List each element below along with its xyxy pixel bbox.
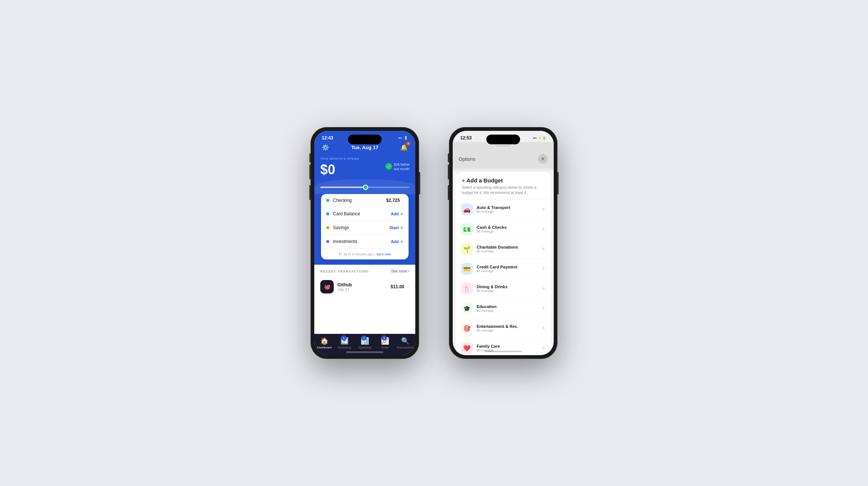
dynamic-island-2 <box>486 135 520 144</box>
account-row-savings[interactable]: Savings Start + <box>321 221 409 235</box>
entertainment-plus[interactable]: + <box>541 324 545 332</box>
investments-add-icon: + <box>400 239 403 244</box>
transaction-row-github[interactable]: 🐙 Github July 27 $11.00 › <box>320 277 409 296</box>
wifi-icon-2: ▪▪▪ <box>533 136 537 140</box>
side-button-2 <box>557 172 559 194</box>
card-payment-name: Credit Card Payment <box>477 265 541 269</box>
investments-dot <box>326 240 329 243</box>
battery-icon-2: ⚡🔋 <box>538 136 546 140</box>
charity-plus[interactable]: + <box>541 245 545 253</box>
modal-subtitle: Select a spending category below to crea… <box>462 185 545 196</box>
progress-fill <box>320 187 365 188</box>
checking-amount: $2,725 <box>386 198 400 203</box>
auto-plus[interactable]: + <box>541 206 545 213</box>
card-payment-plus[interactable]: + <box>541 265 545 273</box>
auto-name: Auto & Transport <box>477 205 541 210</box>
education-plus[interactable]: + <box>541 305 545 313</box>
dining-plus[interactable]: + <box>541 285 545 293</box>
dashboard-icon: 🏠 <box>320 337 328 345</box>
phone2-content: 12:53 ▪▪▪ ⚡🔋 Options × <box>453 131 554 355</box>
close-button[interactable]: × <box>538 154 548 164</box>
checking-name: Checking <box>333 198 386 203</box>
grow-badge: 1 <box>382 335 387 341</box>
cash-plus[interactable]: + <box>541 225 545 233</box>
home-indicator <box>346 351 383 353</box>
entertainment-info: Entertainment & Rec. $0 Average <box>477 324 541 332</box>
checking-dot <box>326 199 329 202</box>
dining-avg: $0 Average <box>477 289 541 293</box>
account-row-investments[interactable]: Investments Add + <box>321 235 409 249</box>
phone1-content: 12:43 ▪▪▪ 🔋 ⚙️ Tue, Aug 17 🔔 3 <box>314 131 415 355</box>
budget-item-charity[interactable]: 🌱 Charitable Donations $0 Average + <box>456 239 551 259</box>
card-name: Card Balance <box>333 211 388 216</box>
modal-title: + Add a Budget <box>462 177 545 184</box>
cash-icon: 💵 <box>461 223 473 235</box>
entertainment-name: Entertainment & Rec. <box>477 324 541 329</box>
spending-label: Spending <box>358 346 371 349</box>
savings-action: Start <box>389 225 399 230</box>
spend-sub-text: $28 below <box>394 163 409 166</box>
status-time-2: 12:53 <box>460 135 472 141</box>
home-indicator-2 <box>485 351 522 352</box>
savings-dot <box>326 226 329 229</box>
spend-sub-text2: last month <box>394 167 409 171</box>
entertainment-icon: 🎯 <box>461 322 473 334</box>
nav-grow[interactable]: 1 📈 Grow <box>375 337 395 349</box>
recent-header: RECENT TRANSACTIONS See more › <box>320 269 409 273</box>
modal-card: + Add a Budget Select a spending categor… <box>456 172 551 355</box>
github-logo: 🐙 <box>320 280 334 293</box>
spend-label: THIS MONTH'S SPEND <box>320 157 409 160</box>
charity-info: Charitable Donations $0 Average <box>477 245 541 253</box>
mute-switch-2 <box>448 153 449 162</box>
blur-transition <box>453 167 554 172</box>
volume-up-2 <box>448 164 449 179</box>
chevron-icon: › <box>402 199 403 203</box>
dashboard-label: Dashboard <box>317 346 331 349</box>
sync-row: ↻ as of 4 minutes ago | Sync now <box>321 249 409 259</box>
budget-item-family[interactable]: ❤️ Family Care $0 Average + <box>456 338 551 355</box>
savings-name: Savings <box>333 225 387 230</box>
mute-switch <box>309 153 311 162</box>
account-row-card[interactable]: Card Balance Add + <box>321 207 409 221</box>
gear-icon[interactable]: ⚙️ <box>320 142 331 153</box>
see-more-link[interactable]: See more › <box>391 269 409 273</box>
budget-item-dining[interactable]: 🍴 Dining & Drinks $0 Average + <box>456 279 551 299</box>
nav-spending[interactable]: 1 📊 Spending <box>355 337 375 349</box>
side-button <box>419 172 420 194</box>
options-label: Options <box>459 156 476 162</box>
phone2-screen: 12:53 ▪▪▪ ⚡🔋 Options × <box>453 131 554 355</box>
family-name: Family Care <box>477 344 541 348</box>
nav-transactions[interactable]: 🔍 Transactions <box>395 337 415 349</box>
see-more-arrow: › <box>408 269 409 273</box>
scene: 12:43 ▪▪▪ 🔋 ⚙️ Tue, Aug 17 🔔 3 <box>0 0 868 486</box>
budget-item-auto[interactable]: 🚗 Auto & Transport $0 Average + <box>456 200 551 219</box>
budget-item-cash[interactable]: 💵 Cash & Checks $0 Average + <box>456 219 551 239</box>
auto-avg: $0 Average <box>477 210 541 213</box>
progress-track <box>320 187 409 188</box>
card-payment-avg: $0 Average <box>477 269 541 273</box>
budget-item-card[interactable]: 💳 Credit Card Payment $0 Average + <box>456 259 551 279</box>
battery-icon: 🔋 <box>404 136 408 140</box>
wifi-icon: ▪▪▪ <box>398 136 402 140</box>
tx-chevron: › <box>408 285 409 289</box>
modal-header: + Add a Budget Select a spending categor… <box>456 172 551 200</box>
education-avg: $0 Average <box>477 309 541 313</box>
options-row: Options × <box>453 153 554 167</box>
card-action: Add <box>391 212 398 216</box>
education-icon: 🎓 <box>461 302 473 314</box>
nav-recurring[interactable]: 1 🔄 Recurring <box>334 337 355 349</box>
budget-item-education[interactable]: 🎓 Education $0 Average + <box>456 299 551 319</box>
investments-name: Investments <box>333 239 388 244</box>
sync-link[interactable]: Sync now <box>376 252 391 256</box>
check-badge: ✓ $28 below last month <box>385 162 409 171</box>
auto-icon: 🚗 <box>461 203 473 215</box>
account-row-checking[interactable]: Checking $2,725 › <box>321 194 409 207</box>
family-icon: ❤️ <box>461 342 473 354</box>
spend-amount: $0 <box>320 162 335 178</box>
family-plus[interactable]: + <box>541 344 545 352</box>
nav-dashboard[interactable]: 🏠 Dashboard <box>314 337 334 349</box>
cash-avg: $0 Average <box>477 230 541 233</box>
phone-dashboard: 12:43 ▪▪▪ 🔋 ⚙️ Tue, Aug 17 🔔 3 <box>311 127 419 359</box>
spending-badge: 1 <box>361 335 367 341</box>
budget-item-entertainment[interactable]: 🎯 Entertainment & Rec. $0 Average + <box>456 319 551 338</box>
